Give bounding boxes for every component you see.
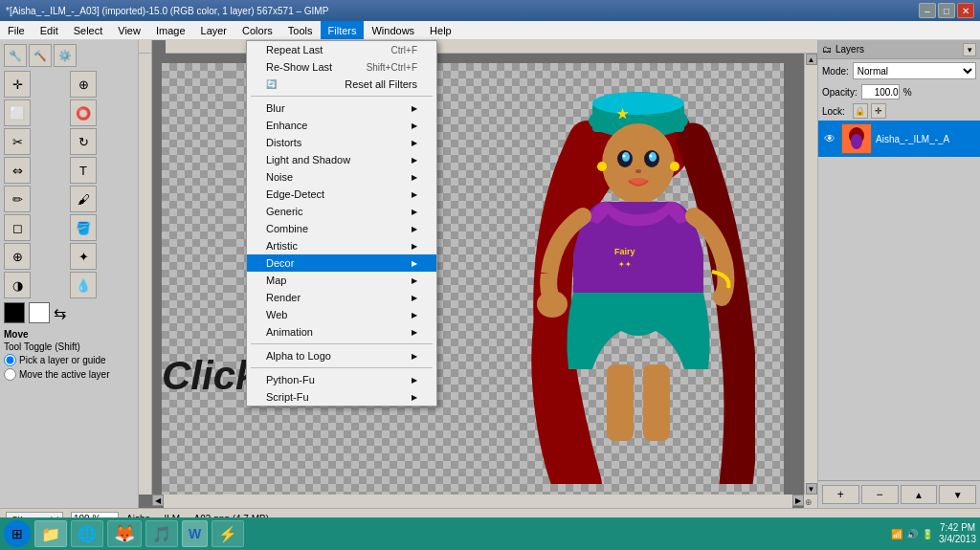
foreground-color[interactable]	[4, 302, 25, 323]
layers-menu-btn[interactable]: ▾	[963, 43, 976, 56]
tool-fill[interactable]: 🪣	[70, 214, 97, 241]
filters-noise[interactable]: Noise ▶	[247, 168, 436, 186]
active-layer-radio[interactable]	[4, 368, 16, 381]
swap-colors[interactable]: ⇆	[54, 304, 66, 322]
layer-down-btn[interactable]: ▼	[939, 485, 976, 504]
scroll-down-btn[interactable]: ▼	[806, 483, 817, 495]
taskbar-word[interactable]: W	[182, 520, 208, 547]
title-bar: *[Aisha_-_ILM_-_A03] (imported)-15.0 (RG…	[0, 0, 980, 21]
tool-flip[interactable]: ⇔	[4, 157, 31, 184]
filters-generic[interactable]: Generic ▶	[247, 203, 436, 220]
filters-reset-all[interactable]: 🔄 Reset all Filters	[247, 76, 436, 93]
menu-select[interactable]: Select	[66, 21, 111, 39]
filters-web[interactable]: Web ▶	[247, 306, 436, 323]
filters-animation[interactable]: Animation ▶	[247, 323, 436, 341]
filters-reshow-last[interactable]: Re-Show Last Shift+Ctrl+F	[247, 58, 436, 76]
filters-distorts[interactable]: Distorts ▶	[247, 134, 436, 151]
menu-image[interactable]: Image	[148, 21, 193, 39]
tool-move[interactable]: ✛	[4, 71, 31, 98]
scrollbar-vertical[interactable]: ▲ ▼	[804, 54, 817, 495]
tool-eraser[interactable]: ◻	[4, 214, 31, 241]
enhance-arrow: ▶	[412, 121, 417, 130]
layer-visibility-eye[interactable]: 👁	[822, 131, 837, 146]
filters-artistic[interactable]: Artistic ▶	[247, 237, 436, 254]
svg-text:⊕: ⊕	[805, 497, 813, 507]
layers-panel: 🗂 Layers ▾ Mode: Normal Opacity: % Lock:…	[817, 40, 980, 508]
scroll-right-btn[interactable]: ▶	[792, 495, 804, 506]
menu-help[interactable]: Help	[422, 21, 459, 39]
tool-crop[interactable]: ✂	[4, 128, 31, 155]
pick-layer-radio[interactable]	[4, 354, 16, 366]
menu-colors[interactable]: Colors	[234, 21, 280, 39]
menu-layer[interactable]: Layer	[193, 21, 235, 39]
taskbar-music[interactable]: 🎵	[145, 520, 178, 547]
title-text: *[Aisha_-_ILM_-_A03] (imported)-15.0 (RG…	[6, 6, 328, 16]
layer-up-btn[interactable]: ▲	[901, 485, 938, 504]
lock-pos-btn[interactable]: ✛	[871, 103, 886, 119]
filters-python-fu[interactable]: Python-Fu ▶	[247, 371, 436, 388]
battery-icon: 🔋	[922, 529, 933, 539]
close-button[interactable]: ✕	[957, 3, 974, 18]
tool-zoom[interactable]: ⊕	[70, 71, 97, 98]
filters-render[interactable]: Render ▶	[247, 289, 436, 306]
menu-file[interactable]: File	[0, 21, 33, 39]
layer-item[interactable]: 👁 Aisha_-_ILM_-_A	[818, 121, 980, 157]
svg-point-24	[851, 134, 862, 149]
menu-filters[interactable]: Filters	[321, 21, 365, 39]
filters-light-shadow[interactable]: Light and Shadow ▶	[247, 151, 436, 168]
decor-arrow: ▶	[412, 259, 417, 268]
filters-combine[interactable]: Combine ▶	[247, 220, 436, 237]
scroll-up-btn[interactable]: ▲	[806, 54, 817, 65]
decor-label: Decor	[266, 257, 294, 269]
clock: 7:42 PM 3/4/2013	[939, 522, 976, 545]
corner-btn: ⊕	[804, 495, 817, 508]
generic-arrow: ▶	[412, 208, 417, 216]
menu-windows[interactable]: Windows	[364, 21, 422, 39]
filters-enhance[interactable]: Enhance ▶	[247, 117, 436, 134]
taskbar-explorer[interactable]: 📁	[34, 520, 67, 547]
alpha-to-logo-arrow: ▶	[412, 352, 417, 361]
tool-dodge[interactable]: ◑	[4, 272, 31, 298]
tool-select-rect[interactable]: ⬜	[4, 99, 31, 126]
tool-paintbrush[interactable]: 🖌	[70, 186, 97, 212]
tool-icon-3: ⚙️	[54, 44, 77, 67]
tool-clone[interactable]: ⊕	[4, 243, 31, 270]
filters-edge-detect[interactable]: Edge-Detect ▶	[247, 186, 436, 203]
active-layer-option[interactable]: Move the active layer	[4, 368, 134, 381]
tool-select-ellipse[interactable]: ⭕	[70, 99, 97, 126]
minimize-button[interactable]: –	[919, 3, 936, 18]
filters-repeat-last[interactable]: Repeat Last Ctrl+F	[247, 41, 436, 58]
scrollbar-horizontal[interactable]: ◀ ▶ ⊕	[152, 495, 817, 508]
tool-heal[interactable]: ✦	[70, 243, 97, 270]
mode-select[interactable]: Normal	[853, 62, 976, 79]
add-layer-btn[interactable]: +	[822, 485, 859, 504]
filters-map[interactable]: Map ▶	[247, 272, 436, 289]
taskbar-app6[interactable]: ⚡	[212, 520, 244, 547]
tool-rotate[interactable]: ↻	[70, 128, 97, 155]
lock-row: Lock: 🔒 ✛	[818, 101, 980, 121]
mode-row: Mode: Normal	[818, 59, 980, 82]
delete-layer-btn[interactable]: −	[861, 485, 899, 504]
tool-text[interactable]: T	[70, 157, 97, 184]
start-button[interactable]: ⊞	[4, 520, 31, 547]
filters-blur[interactable]: Blur ▶	[247, 99, 436, 117]
tool-blur-tool[interactable]: 💧	[70, 272, 97, 298]
repeat-last-shortcut: Ctrl+F	[391, 45, 418, 55]
menu-view[interactable]: View	[110, 21, 148, 39]
scroll-left-btn[interactable]: ◀	[152, 495, 164, 506]
pick-layer-option[interactable]: Pick a layer or guide	[4, 354, 134, 366]
taskbar-browser1[interactable]: 🌐	[71, 520, 103, 547]
lock-pixels-btn[interactable]: 🔒	[853, 103, 868, 119]
filters-script-fu[interactable]: Script-Fu ▶	[247, 388, 436, 406]
menu-tools[interactable]: Tools	[280, 21, 321, 39]
filters-alpha-to-logo[interactable]: Alpha to Logo ▶	[247, 347, 436, 364]
filters-decor[interactable]: Decor ▶	[247, 254, 436, 272]
menu-edit[interactable]: Edit	[33, 21, 66, 39]
tool-pencil[interactable]: ✏	[4, 186, 31, 212]
taskbar-firefox[interactable]: 🦊	[107, 520, 142, 547]
maximize-button[interactable]: □	[938, 3, 955, 18]
opacity-input[interactable]	[861, 84, 900, 99]
python-fu-label: Python-Fu	[266, 374, 315, 385]
map-arrow: ▶	[412, 276, 417, 285]
background-color[interactable]	[29, 302, 50, 323]
